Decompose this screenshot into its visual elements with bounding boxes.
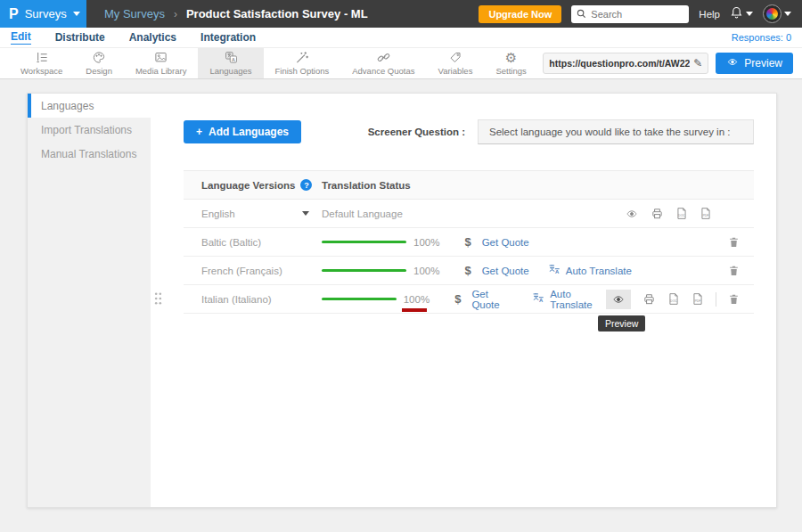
- help-link[interactable]: Help: [699, 9, 720, 20]
- plus-icon: +: [196, 126, 202, 138]
- dollar-icon[interactable]: $: [464, 235, 471, 249]
- survey-nav: Edit Distribute Analytics Integration Re…: [0, 28, 802, 48]
- pdf-file-icon[interactable]: PDF: [692, 292, 704, 306]
- get-quote-link[interactable]: Get Quote: [482, 266, 529, 276]
- preview-button[interactable]: Preview: [716, 53, 793, 74]
- languages-sidebar: Languages Import Translations Manual Tra…: [28, 94, 151, 507]
- questionpro-logo-icon: P: [9, 7, 19, 21]
- avatar: [763, 4, 782, 23]
- account-menu[interactable]: [763, 4, 791, 23]
- auto-translate-icon: A: [547, 264, 561, 277]
- svg-text:A: A: [555, 269, 560, 274]
- svg-text:PDF: PDF: [695, 299, 701, 303]
- chevron-down-icon: [784, 12, 791, 16]
- nav-tab-distribute[interactable]: Distribute: [55, 31, 105, 44]
- actions-row: + Add Languages Screener Question : Sele…: [184, 119, 754, 144]
- trash-icon[interactable]: [728, 292, 740, 306]
- search-box[interactable]: [571, 5, 689, 23]
- status-cell: 100% $ Get Quote A Auto Translate: [322, 289, 606, 310]
- toolbar-tab-languages[interactable]: A Languages: [198, 48, 263, 78]
- get-quote-link[interactable]: Get Quote: [471, 289, 513, 310]
- doc-file-icon[interactable]: DOC: [667, 292, 680, 306]
- row-actions: [728, 264, 754, 277]
- screener-question-group: Screener Question : Select language you …: [368, 119, 754, 144]
- chevron-down-icon: [746, 12, 753, 16]
- advance-quotas-icon: [376, 51, 391, 64]
- breadcrumb-separator: ›: [174, 8, 177, 20]
- toolbar-tab-variables[interactable]: Variables: [427, 48, 485, 78]
- toolbar-tab-settings[interactable]: ⚙ Settings: [484, 48, 537, 78]
- survey-url-box: ✎: [543, 53, 708, 74]
- add-languages-button[interactable]: + Add Languages: [184, 120, 301, 143]
- toolbar-right: ✎ Preview: [543, 48, 793, 78]
- languages-main: + Add Languages Screener Question : Sele…: [151, 94, 778, 507]
- edit-pencil-icon[interactable]: ✎: [693, 57, 702, 70]
- screener-question-select[interactable]: Select language you would like to take t…: [478, 119, 754, 144]
- top-navbar: P Surveys My Surveys › Product Satisfact…: [0, 0, 802, 28]
- status-cell: Default Language: [322, 209, 625, 219]
- breadcrumb-my-surveys[interactable]: My Surveys: [104, 7, 165, 20]
- chevron-down-icon: [73, 12, 80, 16]
- svg-text:A: A: [231, 57, 234, 62]
- toolbar-tab-finish-options[interactable]: Finish Options: [264, 48, 341, 78]
- edit-toolbar: Workspace Design Media Library A Languag…: [0, 48, 802, 79]
- printer-icon[interactable]: [651, 208, 664, 220]
- preview-eye-icon: [726, 57, 739, 70]
- screener-question-label: Screener Question :: [368, 127, 465, 137]
- avatar-logo-icon: [766, 8, 778, 20]
- dropdown-caret-icon: [302, 211, 309, 216]
- progress-bar: [322, 269, 406, 272]
- variables-icon: [448, 51, 462, 64]
- nav-tab-analytics[interactable]: Analytics: [129, 31, 176, 44]
- trash-icon[interactable]: [728, 235, 740, 249]
- progress-percent: 100%: [413, 237, 439, 248]
- finish-options-icon: [295, 51, 309, 64]
- nav-tab-integration[interactable]: Integration: [200, 31, 256, 44]
- search-icon: [577, 6, 586, 22]
- sidebar-item-languages[interactable]: Languages: [28, 94, 151, 118]
- table-row-english: English Default Language DOC: [184, 200, 754, 228]
- get-quote-link[interactable]: Get Quote: [482, 237, 529, 248]
- languages-icon: A: [224, 51, 239, 64]
- topbar-actions: Upgrade Now Help: [479, 4, 802, 23]
- svg-text:PDF: PDF: [703, 214, 709, 217]
- languages-panel: Languages Import Translations Manual Tra…: [27, 93, 777, 508]
- table-row-french: French (Français) 100% $ Get Quote A Aut…: [184, 257, 754, 285]
- breadcrumb: My Surveys › Product Satisfaction Survey…: [104, 7, 368, 20]
- product-switcher[interactable]: P Surveys: [0, 0, 86, 28]
- dollar-icon[interactable]: $: [464, 264, 471, 277]
- search-input[interactable]: [591, 9, 680, 20]
- bell-icon: [730, 5, 743, 22]
- upgrade-now-button[interactable]: Upgrade Now: [479, 5, 561, 23]
- sidebar-item-import-translations[interactable]: Import Translations: [28, 118, 151, 142]
- trash-icon[interactable]: [728, 264, 740, 277]
- language-name: French (Français): [184, 266, 322, 276]
- notifications-menu[interactable]: [730, 5, 753, 22]
- design-icon: [92, 51, 106, 64]
- language-dropdown-english[interactable]: English: [184, 209, 322, 219]
- eye-icon[interactable]: [625, 209, 639, 219]
- toolbar-tab-design[interactable]: Design: [74, 48, 124, 78]
- preview-tooltip: Preview: [598, 315, 645, 331]
- auto-translate-link[interactable]: A Auto Translate: [547, 264, 632, 277]
- nav-tab-edit[interactable]: Edit: [11, 30, 31, 45]
- progress-percent-annotated: 100%: [404, 294, 430, 305]
- workspace-icon: [35, 51, 49, 64]
- auto-translate-link[interactable]: A Auto Translate: [531, 289, 606, 310]
- toolbar-tab-workspace[interactable]: Workspace: [9, 48, 74, 78]
- responses-count[interactable]: Responses: 0: [732, 32, 791, 43]
- toolbar-tab-advance-quotas[interactable]: Advance Quotas: [340, 48, 426, 78]
- printer-icon[interactable]: [642, 293, 656, 306]
- progress-bar: [322, 298, 397, 300]
- drag-handle-icon[interactable]: [154, 291, 162, 307]
- dollar-icon[interactable]: $: [454, 292, 461, 306]
- eye-icon[interactable]: Preview: [606, 290, 631, 309]
- doc-file-icon[interactable]: DOC: [675, 207, 688, 220]
- survey-title: Product Satisfaction Survey - ML: [186, 7, 368, 20]
- pdf-file-icon[interactable]: PDF: [700, 207, 712, 220]
- help-question-icon[interactable]: ?: [300, 179, 312, 191]
- sidebar-item-manual-translations[interactable]: Manual Translations: [28, 142, 151, 166]
- table-header: Language Versions ? Translation Status: [184, 170, 754, 200]
- toolbar-tab-media-library[interactable]: Media Library: [124, 48, 199, 78]
- survey-url-input[interactable]: [549, 58, 690, 69]
